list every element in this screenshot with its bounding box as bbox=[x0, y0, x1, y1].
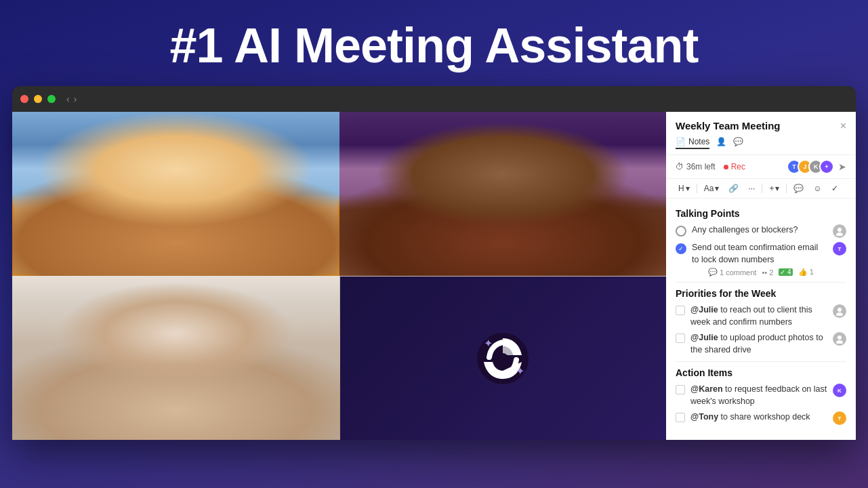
heading-arrow: ▾ bbox=[686, 184, 690, 193]
nav-forward-button[interactable]: › bbox=[74, 94, 77, 104]
rec-badge: Rec bbox=[724, 162, 745, 171]
tp2-thumbs: 👍 1 bbox=[798, 268, 814, 277]
send-icon[interactable]: ➤ bbox=[838, 161, 846, 172]
video-cell-person-2[interactable] bbox=[339, 112, 667, 276]
avatar-4: + bbox=[819, 159, 834, 174]
pr2-avatar bbox=[833, 332, 846, 346]
svg-point-6 bbox=[838, 336, 842, 340]
ai1-checkbox[interactable] bbox=[676, 385, 685, 394]
more-button[interactable]: ··· bbox=[745, 182, 758, 195]
comment-icon-toolbar: 💬 bbox=[793, 184, 804, 193]
browser-window: ‹ › ✦ bbox=[12, 86, 856, 440]
tab-notes[interactable]: 📄 Notes bbox=[676, 136, 709, 149]
link-button[interactable]: 🔗 bbox=[726, 182, 741, 195]
ai2-checkbox[interactable] bbox=[676, 413, 685, 422]
panel-body: Talking Points Any challenges or blocker… bbox=[666, 199, 856, 440]
svg-point-1 bbox=[497, 353, 508, 364]
tp2-meta: 💬 1 comment •• 2 ✓ 4 👍 1 bbox=[708, 268, 827, 277]
action-item-2: @Tony to share workshop deck T bbox=[676, 411, 846, 425]
editor-toolbar: H ▾ Aa ▾ 🔗 ··· + ▾ bbox=[666, 179, 856, 199]
action-item-1: @Karen to request feedback on last week'… bbox=[676, 384, 846, 407]
rec-label: Rec bbox=[731, 162, 745, 171]
tp2-checks: ✓ 4 bbox=[779, 268, 792, 276]
svg-point-7 bbox=[836, 340, 843, 344]
pr2-mention: @Julie bbox=[690, 333, 718, 342]
svg-point-2 bbox=[838, 228, 842, 232]
pr2-text: @Julie to upload product photos to the s… bbox=[690, 332, 827, 356]
divider-1 bbox=[676, 282, 846, 283]
brand-logo: ✦ ✦ bbox=[476, 331, 530, 386]
insert-button[interactable]: + ▾ bbox=[766, 182, 782, 195]
comment-count-icon: 💬 bbox=[708, 268, 718, 277]
time-left-label: 36m left bbox=[686, 162, 716, 171]
sparkle-icon-2: ✦ bbox=[516, 365, 524, 378]
emoji-icon-toolbar: ☺ bbox=[813, 184, 821, 193]
toolbar-sep-2 bbox=[762, 184, 762, 193]
ai2-mention: @Tony bbox=[690, 412, 718, 422]
video-cell-person-1[interactable] bbox=[12, 112, 339, 276]
plus-label: + bbox=[769, 184, 774, 193]
tp2-comments: 💬 1 comment bbox=[708, 268, 756, 277]
tp2-dots: •• 2 bbox=[762, 268, 773, 277]
traffic-light-yellow[interactable] bbox=[34, 95, 42, 103]
tab-notes-label: Notes bbox=[688, 137, 709, 146]
panel-title: Weekly Team Meeting bbox=[676, 120, 781, 131]
tp2-avatar: T bbox=[833, 242, 846, 256]
hero-title: #1 AI Meeting Assistant bbox=[170, 19, 699, 73]
share-icon: 👤 bbox=[716, 137, 726, 146]
tp1-avatar bbox=[833, 224, 846, 238]
plus-arrow: ▾ bbox=[775, 184, 779, 193]
priorities-title: Priorities for the Week bbox=[676, 288, 846, 299]
pr1-avatar bbox=[833, 304, 846, 318]
check-badge: ✓ 4 bbox=[779, 268, 792, 276]
ai1-text: @Karen to request feedback on last week'… bbox=[690, 384, 827, 407]
font-label: Aa bbox=[704, 184, 714, 193]
talking-points-title: Talking Points bbox=[676, 208, 846, 219]
avatar-group: T J K + bbox=[787, 159, 834, 174]
tab-link[interactable]: 💬 bbox=[733, 136, 743, 149]
video-cell-person-3[interactable] bbox=[12, 276, 339, 440]
ai1-mention: @Karen bbox=[690, 384, 723, 394]
browser-toolbar: ‹ › bbox=[12, 86, 856, 112]
toolbar-sep-3 bbox=[786, 184, 787, 193]
meta-right: T J K + ➤ bbox=[787, 159, 846, 174]
close-button[interactable]: × bbox=[840, 121, 846, 131]
logo-icon: ✦ ✦ bbox=[476, 331, 530, 386]
heading-button[interactable]: H ▾ bbox=[676, 182, 693, 195]
comment-count: 1 comment bbox=[720, 268, 756, 277]
pr1-checkbox[interactable] bbox=[676, 306, 685, 315]
pr2-checkbox[interactable] bbox=[676, 333, 685, 343]
rec-dot bbox=[724, 165, 728, 169]
check-button[interactable]: ✓ bbox=[829, 182, 841, 195]
notes-icon: 📄 bbox=[676, 137, 686, 146]
priority-item-1: @Julie to reach out to client this week … bbox=[676, 304, 846, 328]
font-button[interactable]: Aa ▾ bbox=[701, 182, 722, 195]
action-items-title: Action Items bbox=[676, 367, 846, 378]
more-label: ··· bbox=[748, 184, 755, 193]
ai2-text: @Tony to share workshop deck bbox=[690, 411, 827, 424]
toolbar-sep-1 bbox=[697, 184, 697, 193]
font-arrow: ▾ bbox=[715, 184, 719, 193]
panel-tabs: 📄 Notes 👤 💬 bbox=[676, 136, 846, 149]
tab-share[interactable]: 👤 bbox=[716, 136, 726, 149]
emoji-button[interactable]: ☺ bbox=[810, 182, 824, 195]
traffic-light-green[interactable] bbox=[47, 95, 56, 103]
tp2-checkbox[interactable]: ✓ bbox=[676, 243, 686, 254]
nav-back-button[interactable]: ‹ bbox=[66, 94, 70, 104]
tp1-checkbox[interactable] bbox=[676, 226, 686, 237]
priority-item-2: @Julie to upload product photos to the s… bbox=[676, 332, 846, 356]
talking-item-2: ✓ Send out team confirmation email to lo… bbox=[676, 242, 846, 277]
sparkle-icon-1: ✦ bbox=[484, 337, 493, 350]
talking-item-1: Any challenges or blockers? bbox=[676, 224, 846, 238]
svg-point-4 bbox=[838, 308, 842, 312]
video-cell-brand: ✦ ✦ bbox=[340, 277, 667, 440]
comment-button[interactable]: 💬 bbox=[791, 182, 806, 195]
check-icon-toolbar: ✓ bbox=[831, 184, 838, 193]
ai2-text-rest: to share workshop deck bbox=[721, 412, 810, 422]
heading-label: H bbox=[678, 184, 684, 193]
traffic-light-red[interactable] bbox=[20, 95, 28, 103]
link-icon: 💬 bbox=[733, 137, 743, 146]
video-grid: ✦ ✦ bbox=[12, 112, 666, 440]
meta-left: ⏱ 36m left Rec bbox=[676, 162, 745, 171]
panel-header: Weekly Team Meeting × 📄 Notes 👤 💬 bbox=[666, 112, 856, 155]
